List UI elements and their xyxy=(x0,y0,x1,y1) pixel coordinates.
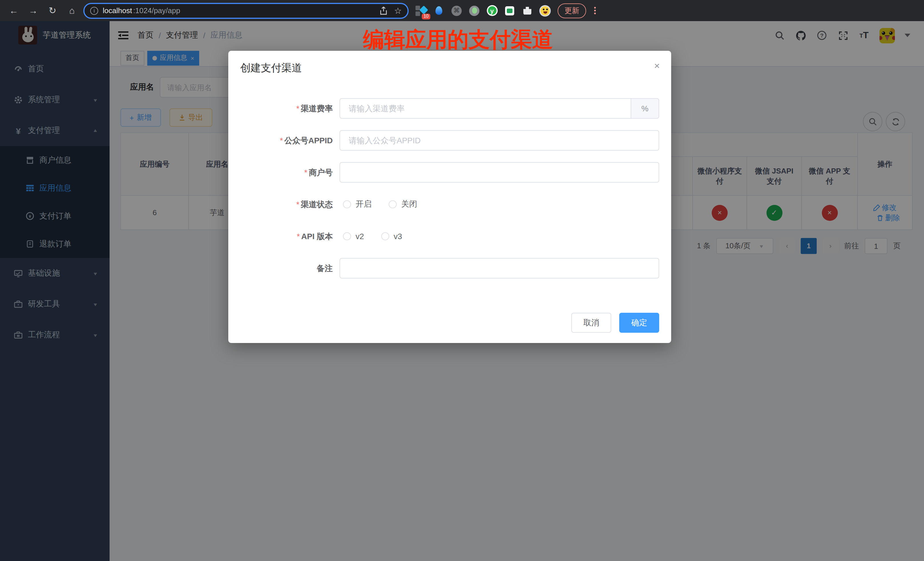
browser-forward-icon[interactable]: → xyxy=(25,3,41,18)
status-open-radio[interactable]: 开启 xyxy=(343,199,372,210)
bookmark-star-icon[interactable]: ☆ xyxy=(394,5,402,16)
extension-tabs-icon[interactable]: 10 xyxy=(416,5,427,16)
url-host: localhost xyxy=(103,6,132,15)
merchant-input[interactable] xyxy=(340,162,659,183)
extensions-puzzle-icon[interactable] xyxy=(522,5,533,16)
remark-input[interactable] xyxy=(340,258,659,279)
status-closed-radio[interactable]: 关闭 xyxy=(388,199,417,210)
remark-label: 备注 xyxy=(317,264,333,273)
radio-circle-icon xyxy=(381,232,389,240)
form-row-remark: 备注 xyxy=(228,258,671,279)
radio-circle-icon xyxy=(343,200,351,208)
extension-pin-icon[interactable] xyxy=(433,5,445,16)
dialog-close-icon[interactable]: × xyxy=(654,61,660,71)
url-path: :1024/pay/app xyxy=(133,6,180,15)
confirm-button[interactable]: 确定 xyxy=(619,313,659,333)
create-pay-channel-dialog: 创建支付渠道 × *渠道费率 % *公众号APPID *商户号 xyxy=(228,51,671,343)
radio-circle-icon xyxy=(388,200,397,208)
browser-home-icon[interactable]: ⌂ xyxy=(64,3,80,18)
form-row-appid: *公众号APPID xyxy=(228,130,671,151)
required-asterisk: * xyxy=(304,168,307,177)
extension-record-icon[interactable] xyxy=(469,5,480,16)
rate-label: 渠道费率 xyxy=(301,104,333,113)
annotation-text: 编辑应用的支付渠道 xyxy=(363,26,553,54)
appid-label: 公众号APPID xyxy=(284,136,333,145)
required-asterisk: * xyxy=(296,104,299,113)
browser-update-button[interactable]: 更新 xyxy=(558,3,586,18)
screenshot-root: ← → ↻ ⌂ i localhost:1024/pay/app ☆ 10 ⌘ … xyxy=(0,0,924,561)
api-version-label: API 版本 xyxy=(302,232,333,241)
form-row-status: *渠道状态 开启 关闭 xyxy=(228,194,671,214)
required-asterisk: * xyxy=(296,200,299,209)
extension-y-icon[interactable]: y xyxy=(486,5,498,16)
browser-back-icon[interactable]: ← xyxy=(6,3,22,18)
required-asterisk: * xyxy=(280,136,283,145)
browser-reload-icon[interactable]: ↻ xyxy=(45,3,60,18)
form-row-merchant: *商户号 xyxy=(228,162,671,183)
browser-profile-avatar[interactable] xyxy=(539,5,551,16)
extension-chat-icon[interactable] xyxy=(504,5,515,16)
status-label: 渠道状态 xyxy=(301,200,333,209)
required-asterisk: * xyxy=(297,232,300,241)
address-bar[interactable]: i localhost:1024/pay/app ☆ xyxy=(83,3,409,18)
extension-command-icon[interactable]: ⌘ xyxy=(451,5,462,16)
browser-toolbar: ← → ↻ ⌂ i localhost:1024/pay/app ☆ 10 ⌘ … xyxy=(0,0,924,21)
form-row-rate: *渠道费率 % xyxy=(228,98,671,119)
browser-menu-icon[interactable] xyxy=(591,6,599,15)
site-info-icon[interactable]: i xyxy=(90,7,98,15)
cancel-button[interactable]: 取消 xyxy=(571,313,611,333)
share-icon[interactable] xyxy=(379,6,387,15)
rate-input[interactable] xyxy=(340,98,631,119)
appid-input[interactable] xyxy=(340,130,659,151)
api-v3-radio[interactable]: v3 xyxy=(381,232,402,241)
dialog-title: 创建支付渠道 xyxy=(240,62,302,74)
percent-suffix: % xyxy=(631,98,659,119)
radio-circle-icon xyxy=(343,232,351,240)
merchant-label: 商户号 xyxy=(309,168,333,177)
extension-badge: 10 xyxy=(422,14,430,19)
form-row-api-version: *API 版本 v2 v3 xyxy=(228,226,671,246)
api-v2-radio[interactable]: v2 xyxy=(343,232,364,241)
